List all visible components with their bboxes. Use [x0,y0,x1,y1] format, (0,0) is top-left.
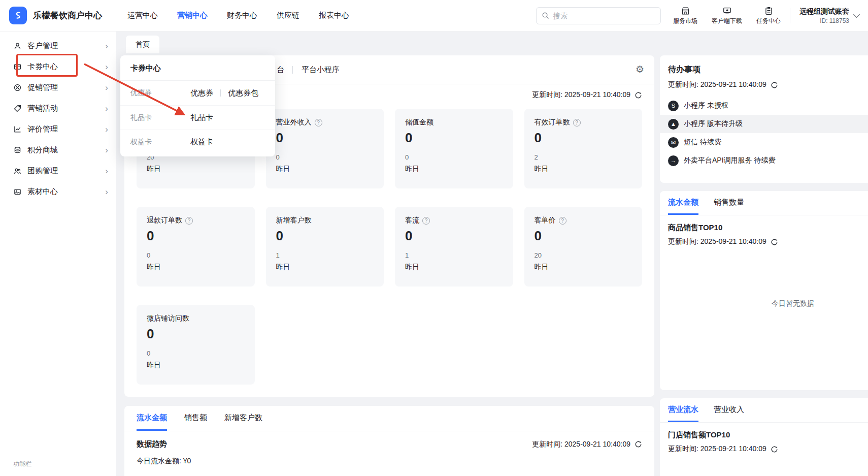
tab-sales-quantity[interactable]: 销售数量 [714,191,744,215]
tab-business-flow[interactable]: 营业流水 [668,398,698,422]
stat-card: 新增客户数 0 1 昨日 [266,207,384,287]
refresh-icon[interactable] [771,446,778,453]
quick-links: 服务市场 客户端下载 任务中心 [673,6,781,25]
product-sales-title: 商品销售TOP10 [668,223,868,233]
sms-icon: ✉ [668,137,679,148]
stat-card-period: 昨日 [535,165,632,174]
client-download-link[interactable]: 客户端下载 [712,6,742,25]
refresh-icon[interactable] [771,81,778,89]
product-sales-panel: 流水金额 销售数量 商品销售TOP10 更新时间: 2025-09-21 10:… [660,191,868,390]
sidebar-item-marketing-activity[interactable]: 营销活动 › [0,98,116,119]
sidebar-item-promotion-management[interactable]: 促销管理 › [0,77,116,98]
sidebar-item-points-mall[interactable]: 积分商城 › [0,140,116,161]
empty-state-text: 今日暂无数据 [668,246,868,361]
sidebar-item-material-center[interactable]: 素材中心 › [0,181,116,202]
content-tab-partial[interactable]: 台 [277,65,284,75]
menu-item-coupon-pack[interactable]: 优惠券包 [228,88,258,98]
sidebar-footer: 功能栏 在线客服 帮助中心 [0,460,116,476]
help-icon[interactable]: ? [315,119,322,126]
sidebar-item-label: 促销管理 [27,83,58,92]
brand-logo-icon[interactable] [9,7,27,24]
chevron-right-icon: › [105,167,108,175]
help-icon[interactable]: ? [573,119,581,126]
nav-marketing-center[interactable]: 营销中心 [177,11,208,20]
account-id: ID: 118753 [799,17,849,24]
todo-item-sms-renewal[interactable]: ✉ 短信 待续费 [660,133,868,151]
trend-title: 数据趋势 [137,439,167,449]
todo-item-miniprogram-unauthorized[interactable]: S 小程序 未授权 [660,97,868,115]
sidebar-item-card-coupon-center[interactable]: 卡券中心 › [0,56,116,77]
help-icon[interactable]: ? [559,217,566,225]
tab-flow-amount[interactable]: 流水金额 [137,406,167,431]
stat-card-value: 0 [535,130,632,147]
stat-card-period: 昨日 [535,263,632,272]
rocket-icon: ▲ [668,119,679,130]
quick-link-label: 任务中心 [756,17,781,25]
chevron-right-icon: › [105,62,108,71]
menu-item-gift-card[interactable]: 礼品卡 [190,113,213,122]
refresh-icon[interactable] [635,440,642,448]
chart-icon [13,125,22,134]
coins-icon [13,146,22,154]
tag-icon [13,104,22,113]
trend-panel: 流水金额 销售额 新增客户数 数据趋势 更新时间: 2025-09-21 10:… [124,406,654,476]
stat-card-yesterday-value: 1 [276,251,374,260]
todo-title: 待办事项 [668,65,868,75]
stat-card-yesterday-value: 2 [535,153,632,162]
todo-item-label: 外卖平台API调用服务 待续费 [684,156,775,165]
stat-card-yesterday-value: 0 [147,350,245,358]
stat-card: 营业外收入? 0 0 昨日 [266,109,384,188]
topbar-divider [790,8,790,23]
todo-panel: 待办事项 更新时间: 2025-09-21 10:40:09 S 小程序 未授权… [660,55,868,183]
todo-list: S 小程序 未授权 ▲ 小程序 版本待升级 ✉ 短信 待续费 → 外卖平台API… [668,97,868,170]
refresh-icon[interactable] [771,238,778,246]
todo-item-label: 小程序 未授权 [684,101,728,110]
tab-new-customers[interactable]: 新增客户数 [224,406,262,431]
search-input[interactable] [553,12,655,20]
tab-sales-amount[interactable]: 销售额 [184,406,207,431]
tab-flow-amount[interactable]: 流水金额 [668,191,698,215]
nav-supply-chain[interactable]: 供应链 [277,11,299,20]
account-name: 远程组测试账套 [799,7,849,16]
tab-home[interactable]: 首页 [126,36,159,53]
sidebar-item-label: 素材中心 [27,187,58,197]
tab-business-income[interactable]: 营业收入 [714,398,744,422]
task-center-link[interactable]: 任务中心 [756,6,781,25]
gear-icon[interactable]: ⚙ [636,64,644,75]
nav-report-center[interactable]: 报表中心 [319,11,349,20]
todo-item-miniprogram-upgrade[interactable]: ▲ 小程序 版本待升级 [660,115,868,133]
stat-card-value: 0 [405,228,503,245]
stat-card: 储值金额 0 0 昨日 [395,109,513,188]
global-search[interactable] [536,7,661,24]
chevron-down-icon [853,11,860,18]
account-menu[interactable]: 远程组测试账套 ID: 118753 [799,7,859,24]
stat-card: 有效订单数? 0 2 昨日 [524,109,643,188]
quick-link-label: 服务市场 [673,17,697,25]
todo-item-label: 短信 待续费 [684,138,721,147]
account-info: 远程组测试账套 ID: 118753 [799,7,849,24]
chevron-right-icon: › [105,146,108,154]
update-time: 更新时间: 2025-09-21 10:40:09 [668,445,766,454]
stat-card-title: 营业外收入 [276,118,312,127]
help-icon[interactable]: ? [422,217,430,225]
tab-divider [292,66,293,74]
sidebar-item-group-buy-management[interactable]: 团购管理 › [0,161,116,181]
stat-card-title: 储值金额 [405,118,433,127]
flyout-group-label: 优惠券 [130,88,190,98]
refresh-icon[interactable] [635,91,642,99]
sidebar-item-review-management[interactable]: 评价管理 › [0,119,116,140]
today-flow-amount: 今日流水金额: ¥0 [124,449,654,466]
menu-item-benefit-card[interactable]: 权益卡 [190,137,213,147]
todo-item-delivery-api-renewal[interactable]: → 外卖平台API调用服务 待续费 [660,151,868,170]
menu-item-coupon[interactable]: 优惠券 [190,88,213,98]
content-tab-platform-miniprogram[interactable]: 平台小程序 [302,65,340,75]
todo-item-label: 小程序 版本待升级 [684,119,743,129]
service-market-link[interactable]: 服务市场 [673,6,697,25]
sidebar-item-customer-management[interactable]: 客户管理 › [0,36,116,56]
sidebar-item-online-support[interactable]: 在线客服 [0,473,116,476]
help-icon[interactable]: ? [185,217,193,225]
nav-operation-center[interactable]: 运营中心 [127,11,158,20]
clipboard-icon [764,6,774,16]
stat-card-title: 客单价 [535,216,556,225]
nav-finance-center[interactable]: 财务中心 [227,11,257,20]
